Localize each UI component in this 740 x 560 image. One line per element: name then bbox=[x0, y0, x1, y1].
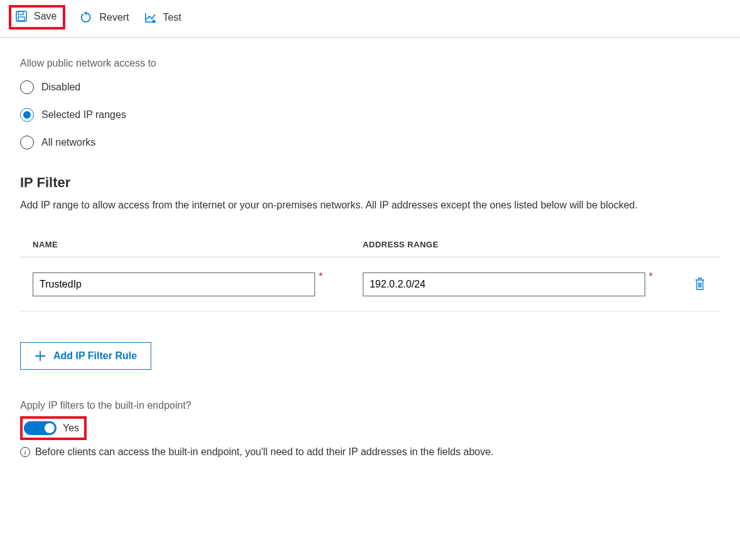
svg-rect-1 bbox=[18, 12, 23, 15]
ipfilter-desc: Add IP range to allow access from the in… bbox=[20, 200, 720, 211]
apply-section: Apply IP filters to the built-in endpoin… bbox=[20, 400, 720, 458]
radio-selected-ip[interactable]: Selected IP ranges bbox=[20, 108, 720, 122]
save-button[interactable]: Save bbox=[15, 10, 56, 23]
info-text: Before clients can access the built-in e… bbox=[35, 446, 493, 458]
save-icon bbox=[15, 10, 28, 23]
rule-range-input[interactable] bbox=[363, 272, 645, 296]
info-row: i Before clients can access the built-in… bbox=[20, 446, 720, 458]
ipfilter-table: NAME ADDRESS RANGE * * bbox=[20, 234, 720, 312]
add-button-label: Add IP Filter Rule bbox=[53, 350, 137, 362]
test-label: Test bbox=[163, 12, 181, 23]
save-button-highlight: Save bbox=[9, 5, 65, 30]
delete-rule-button[interactable] bbox=[694, 277, 706, 291]
ipfilter-title: IP Filter bbox=[20, 175, 720, 191]
radio-icon bbox=[20, 108, 34, 122]
toggle-knob bbox=[45, 423, 55, 433]
radio-disabled[interactable]: Disabled bbox=[20, 80, 720, 94]
main-content: Allow public network access to Disabled … bbox=[0, 38, 740, 470]
required-marker: * bbox=[649, 271, 653, 283]
network-access-label: Allow public network access to bbox=[20, 58, 720, 69]
radio-label: Disabled bbox=[41, 82, 80, 93]
toolbar: Save Revert Test bbox=[0, 0, 740, 38]
plus-icon bbox=[35, 350, 46, 362]
radio-icon bbox=[20, 136, 34, 149]
required-marker: * bbox=[319, 271, 323, 283]
add-ip-filter-button[interactable]: Add IP Filter Rule bbox=[20, 342, 151, 370]
radio-icon bbox=[20, 80, 34, 94]
save-label: Save bbox=[34, 11, 56, 22]
svg-rect-2 bbox=[18, 17, 24, 21]
revert-button[interactable]: Revert bbox=[80, 11, 129, 24]
revert-icon bbox=[80, 11, 93, 24]
rule-name-input[interactable] bbox=[33, 272, 315, 296]
trash-icon bbox=[694, 277, 706, 291]
apply-label: Apply IP filters to the built-in endpoin… bbox=[20, 400, 720, 411]
col-name: NAME bbox=[20, 234, 350, 257]
info-icon: i bbox=[20, 447, 30, 457]
test-icon bbox=[144, 11, 157, 24]
network-access-radiogroup: Disabled Selected IP ranges All networks bbox=[20, 80, 720, 149]
radio-label: All networks bbox=[41, 137, 95, 148]
revert-label: Revert bbox=[99, 12, 129, 23]
test-button[interactable]: Test bbox=[144, 11, 181, 24]
apply-toggle[interactable] bbox=[24, 421, 56, 435]
col-range: ADDRESS RANGE bbox=[350, 234, 680, 257]
radio-all-networks[interactable]: All networks bbox=[20, 136, 720, 149]
radio-label: Selected IP ranges bbox=[41, 109, 126, 121]
table-row: * * bbox=[20, 257, 720, 312]
toggle-value: Yes bbox=[63, 423, 79, 434]
toggle-highlight: Yes bbox=[20, 416, 87, 440]
